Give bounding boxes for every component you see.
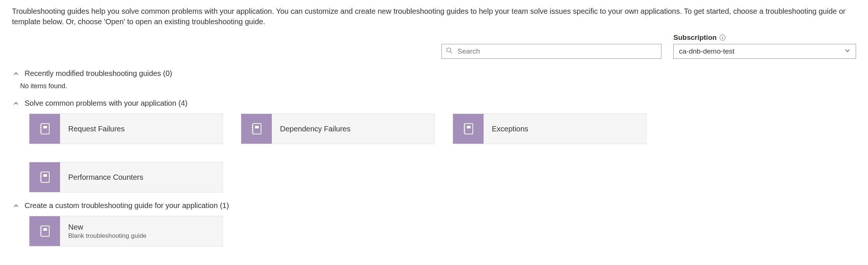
tile-title: Exceptions [492, 125, 638, 133]
chevron-up-icon [12, 71, 20, 77]
workbook-icon [29, 216, 60, 246]
section-custom: Create a custom troubleshooting guide fo… [12, 201, 856, 246]
svg-rect-2 [41, 124, 49, 134]
workbook-icon [29, 162, 60, 192]
tile-title: Request Failures [68, 125, 214, 133]
svg-rect-31 [43, 228, 47, 231]
svg-line-1 [450, 52, 452, 54]
tile-title: Dependency Failures [280, 125, 426, 133]
subscription-value: ca-dnb-demo-test [679, 47, 735, 55]
svg-rect-19 [467, 126, 471, 128]
tile-new-blank[interactable]: New Blank troubleshooting guide [29, 216, 223, 246]
tile-performance-counters[interactable]: Performance Counters [29, 162, 223, 192]
filter-row: Subscription i ca-dnb-demo-test [12, 33, 856, 59]
info-icon[interactable]: i [720, 35, 726, 41]
custom-tiles: New Blank troubleshooting guide [29, 216, 856, 246]
svg-rect-13 [255, 126, 259, 128]
svg-rect-25 [43, 174, 47, 177]
chevron-up-icon [12, 203, 20, 209]
section-recent: Recently modified troubleshooting guides… [12, 69, 856, 90]
search-icon [446, 47, 453, 56]
section-common-header[interactable]: Solve common problems with your applicat… [12, 99, 856, 108]
chevron-down-icon [845, 47, 850, 55]
intro-text: Troubleshooting guides help you solve co… [12, 6, 855, 27]
tile-title: New [68, 223, 214, 232]
section-custom-title: Create a custom troubleshooting guide fo… [25, 201, 229, 210]
svg-rect-7 [43, 126, 47, 128]
section-recent-header[interactable]: Recently modified troubleshooting guides… [12, 69, 856, 78]
chevron-up-icon [12, 100, 20, 106]
svg-rect-20 [41, 172, 49, 182]
section-recent-title: Recently modified troubleshooting guides… [25, 69, 172, 78]
subscription-block: Subscription i ca-dnb-demo-test [673, 33, 856, 59]
svg-rect-26 [41, 226, 49, 236]
subscription-label-text: Subscription [673, 33, 717, 42]
tile-exceptions[interactable]: Exceptions [453, 114, 647, 144]
tile-request-failures[interactable]: Request Failures [29, 114, 223, 144]
workbook-icon [29, 114, 60, 144]
workbook-icon [241, 114, 272, 144]
svg-point-0 [447, 48, 451, 52]
svg-rect-14 [465, 124, 473, 134]
section-common-title: Solve common problems with your applicat… [25, 99, 188, 108]
subscription-dropdown[interactable]: ca-dnb-demo-test [673, 44, 856, 59]
subscription-label: Subscription i [673, 33, 856, 42]
section-custom-header[interactable]: Create a custom troubleshooting guide fo… [12, 201, 856, 210]
workbook-icon [453, 114, 484, 144]
section-recent-empty: No items found. [20, 82, 856, 90]
search-block [441, 44, 661, 59]
tile-dependency-failures[interactable]: Dependency Failures [241, 114, 435, 144]
svg-rect-8 [253, 124, 261, 134]
section-common: Solve common problems with your applicat… [12, 99, 856, 192]
tile-title: Performance Counters [68, 173, 214, 182]
tile-subtitle: Blank troubleshooting guide [68, 232, 214, 240]
search-input[interactable] [441, 44, 661, 59]
common-tiles: Request Failures Dependency Failures [29, 114, 856, 192]
